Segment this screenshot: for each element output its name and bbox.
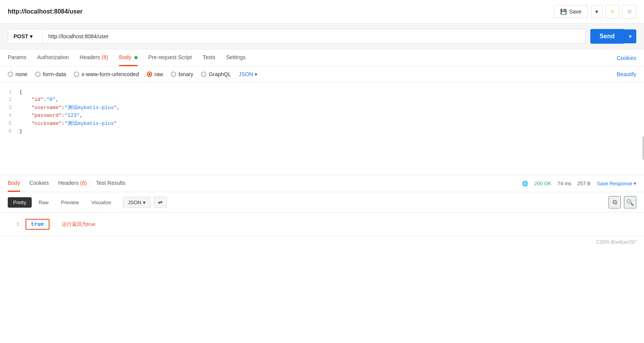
line-num-5: 5 (0, 121, 19, 126)
radio-graphql-circle (201, 72, 206, 77)
method-label: POST (14, 33, 28, 39)
line-content-4: "password":"123", (19, 113, 83, 118)
save-button[interactable]: 💾 Save (554, 5, 588, 18)
response-tabs: Body Cookies Headers (8) Test Results 🌐 … (0, 175, 644, 192)
status-size: 257 B (578, 181, 591, 186)
json-key-nickname: "nickname" (31, 121, 61, 126)
json-val-username: "测试mybatis-plus" (65, 105, 117, 111)
tab-headers[interactable]: Headers (8) (80, 49, 108, 66)
send-label: Send (600, 33, 615, 40)
format-tab-raw[interactable]: Raw (33, 197, 54, 208)
status-ok: 200 OK (534, 181, 551, 186)
radio-raw-circle (147, 72, 152, 77)
code-line-3: 3 "username":"测试mybatis-plus", (0, 103, 644, 112)
word-wrap-button[interactable]: ⇌ (154, 196, 167, 208)
response-comment: 运行返回为true (62, 221, 95, 228)
radio-raw[interactable]: raw (147, 71, 163, 77)
save-response-label: Save Response (597, 181, 632, 186)
response-format-tabs: Pretty Raw Preview Visualize JSON ▾ ⇌ ⧉ … (0, 192, 644, 213)
response-value-box: true (25, 219, 49, 230)
radio-form-data-label: form-data (43, 71, 66, 77)
copy-icon-button[interactable]: ⧉ (622, 5, 636, 19)
response-actions: ⧉ 🔍 (608, 196, 636, 208)
edit-icon-button[interactable]: ✎ (605, 5, 619, 19)
response-format-chevron-icon: ▾ (143, 200, 146, 205)
send-dropdown-button[interactable]: ▾ (624, 29, 636, 43)
request-bar: POST ▾ Send ▾ (0, 24, 644, 49)
copy-response-icon: ⧉ (613, 199, 617, 206)
save-response-button[interactable]: Save Response ▾ (597, 181, 636, 186)
url-input[interactable] (42, 29, 586, 44)
json-key-username: "username" (31, 105, 61, 111)
tab-body[interactable]: Body (119, 49, 138, 66)
tab-tests[interactable]: Tests (203, 49, 216, 66)
radio-graphql-label: GraphQL (209, 71, 231, 77)
format-tab-preview[interactable]: Preview (56, 197, 84, 208)
radio-graphql[interactable]: GraphQL (201, 71, 231, 77)
response-tab-body[interactable]: Body (8, 175, 20, 192)
json-format-select[interactable]: JSON ▾ (239, 71, 257, 77)
response-body: 1 true 运行返回为true (0, 213, 644, 236)
tab-params[interactable]: Params (8, 49, 26, 66)
response-tab-test-results[interactable]: Test Results (96, 175, 125, 192)
radio-none-circle (8, 72, 13, 77)
code-editor: 1 { 2 "id":"8", 3 "username":"测试mybatis-… (0, 82, 644, 175)
radio-form-data[interactable]: form-data (35, 71, 66, 77)
edit-icon: ✎ (610, 9, 615, 15)
line-num-6: 6 (0, 128, 19, 134)
wrap-icon: ⇌ (158, 199, 163, 205)
radio-urlencoded[interactable]: x-www-form-urlencoded (74, 71, 139, 77)
json-format-label: JSON (239, 71, 253, 77)
radio-binary-label: binary (178, 71, 193, 77)
json-val-nickname: "测试mybatis-plus" (65, 121, 117, 126)
footer: CSDN @wdyan297 (0, 236, 644, 248)
tab-pre-request-script[interactable]: Pre-request Script (148, 49, 192, 66)
json-key-password: "password" (31, 113, 61, 118)
response-tab-headers[interactable]: Headers (8) (58, 175, 87, 192)
cookies-link[interactable]: Cookies (617, 55, 636, 61)
line-content-3: "username":"测试mybatis-plus", (19, 104, 120, 111)
line-num-2: 2 (0, 97, 19, 102)
line-num-4: 4 (0, 113, 19, 118)
code-line-6: 6 } (0, 128, 644, 135)
response-format-label: JSON (128, 200, 141, 205)
radio-binary-circle (171, 72, 176, 77)
tab-settings[interactable]: Settings (226, 49, 246, 66)
radio-form-data-circle (35, 72, 41, 77)
body-active-dot (134, 56, 138, 59)
response-status: 🌐 200 OK 74 ms 257 B Save Response ▾ (522, 181, 636, 186)
top-bar: http://localhost:8084/user 💾 Save ▾ ✎ ⧉ (0, 0, 644, 24)
response-tab-cookies[interactable]: Cookies (29, 175, 49, 192)
chevron-down-icon: ▾ (595, 9, 598, 15)
json-format-chevron-icon: ▾ (255, 71, 257, 77)
line-num-3: 3 (0, 105, 19, 111)
response-true-value: true (31, 221, 44, 227)
top-bar-actions: 💾 Save ▾ ✎ ⧉ (554, 5, 636, 19)
beautify-button[interactable]: Beautify (617, 71, 636, 77)
response-format-select[interactable]: JSON ▾ (123, 197, 151, 208)
send-button[interactable]: Send (590, 29, 624, 44)
top-bar-url: http://localhost:8084/user (8, 8, 83, 15)
code-line-4: 4 "password":"123", (0, 112, 644, 119)
response-line-num-1: 1 (8, 222, 19, 227)
search-response-button[interactable]: 🔍 (624, 196, 636, 208)
footer-credit: CSDN @wdyan297 (596, 239, 636, 245)
radio-raw-label: raw (155, 71, 163, 77)
radio-none[interactable]: none (8, 71, 27, 77)
copy-response-button[interactable]: ⧉ (608, 196, 621, 208)
radio-urlencoded-label: x-www-form-urlencoded (82, 71, 139, 77)
method-select[interactable]: POST ▾ (8, 29, 42, 44)
save-dropdown-button[interactable]: ▾ (591, 5, 602, 18)
format-tab-visualize[interactable]: Visualize (86, 197, 117, 208)
code-line-5: 5 "nickname":"测试mybatis-plus" (0, 119, 644, 128)
radio-none-label: none (15, 71, 27, 77)
search-icon: 🔍 (626, 199, 634, 206)
line-content-1: { (19, 89, 22, 95)
tab-authorization[interactable]: Authorization (37, 49, 69, 66)
save-disk-icon: 💾 (560, 9, 567, 15)
line-content-6: } (19, 128, 22, 134)
format-tab-pretty[interactable]: Pretty (8, 197, 32, 208)
radio-binary[interactable]: binary (171, 71, 193, 77)
response-body-line-1: 1 true 运行返回为true (8, 219, 636, 230)
globe-icon: 🌐 (522, 181, 528, 186)
